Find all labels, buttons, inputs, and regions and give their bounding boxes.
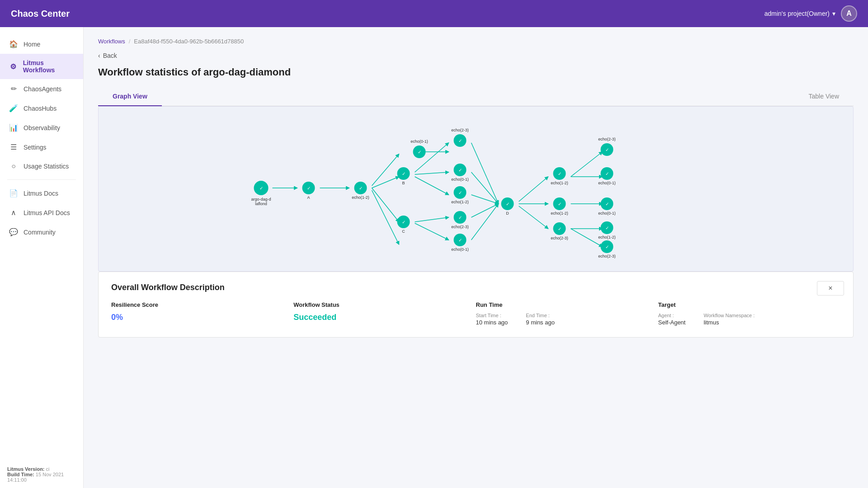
- workflow-status-section: Workflow Status Succeeded: [293, 301, 476, 326]
- dag-node-echo-1-2-r2[interactable]: ✓ echo(1-2): [551, 197, 568, 216]
- svg-line-7: [415, 172, 449, 174]
- sidebar-item-observability[interactable]: 📊 Observability: [0, 118, 83, 137]
- sidebar-item-litmus-workflows[interactable]: ⚙ Litmus Workflows: [0, 54, 83, 79]
- dag-node-c[interactable]: ✓ C: [397, 216, 410, 234]
- svg-text:✓: ✓: [307, 186, 311, 191]
- api-docs-icon: ∧: [9, 208, 18, 217]
- svg-text:B: B: [402, 181, 405, 185]
- dag-node-echo-1-2-mid[interactable]: ✓ echo(1-2): [451, 186, 469, 204]
- svg-text:laflond: laflond: [255, 202, 267, 206]
- dag-node-out-5[interactable]: ✓ echo(2-3): [598, 240, 616, 258]
- dag-node-echo-1-2-1[interactable]: ✓ echo(1-2): [352, 182, 369, 200]
- svg-line-4: [372, 154, 399, 186]
- sidebar-label-litmus-api-docs: Litmus API Docs: [24, 209, 70, 216]
- sidebar-label-litmus-workflows: Litmus Workflows: [23, 59, 74, 74]
- agent-item: Agent : Self-Agent: [658, 313, 686, 326]
- agents-icon: ✏: [9, 84, 18, 93]
- sidebar-label-litmus-docs: Litmus Docs: [24, 190, 58, 197]
- sidebar-item-usage-statistics[interactable]: ○ Usage Statistics: [0, 157, 83, 176]
- dag-node-echo-0-1-top[interactable]: ✓ echo(0-1): [410, 139, 428, 158]
- target-label: Target: [658, 301, 840, 308]
- svg-text:echo(0-1): echo(0-1): [451, 247, 469, 252]
- sidebar-label-home: Home: [24, 41, 40, 48]
- dag-node-echo-0-1-mid[interactable]: ✓ echo(0-1): [451, 164, 469, 182]
- svg-text:✓: ✓: [359, 186, 363, 191]
- sidebar-item-litmus-api-docs[interactable]: ∧ Litmus API Docs: [0, 203, 83, 222]
- svg-text:✓: ✓: [605, 225, 609, 230]
- run-time-label: Run Time: [476, 301, 658, 308]
- svg-text:echo(1-2): echo(1-2): [551, 211, 568, 216]
- breadcrumb-separator: /: [129, 38, 131, 45]
- back-button[interactable]: ‹ Back: [98, 52, 117, 59]
- sidebar-item-chaos-agents[interactable]: ✏ ChaosAgents: [0, 79, 83, 99]
- sidebar-label-chaos-agents: ChaosAgents: [24, 85, 61, 93]
- sidebar-footer: Litmus Version: ci Build Time: 15 Nov 20…: [0, 461, 83, 488]
- dag-node-echo-1-2-r1[interactable]: ✓ echo(1-2): [551, 167, 568, 185]
- tab-table-view[interactable]: Table View: [794, 87, 854, 106]
- svg-text:C: C: [402, 229, 405, 234]
- dag-graph: ✓ argo-dag-d laflond ✓ A ✓ echo(1-2): [99, 107, 853, 269]
- dag-node-echo-1-2-r3[interactable]: ✓ echo(2-3): [551, 222, 568, 240]
- sidebar-item-home[interactable]: 🏠 Home: [0, 34, 83, 54]
- page-title: Workflow statistics of argo-dag-diamond: [98, 66, 854, 78]
- dag-node-echo-0-1-bot[interactable]: ✓ echo(0-1): [451, 234, 469, 252]
- dag-node-out-2[interactable]: ✓ echo(0-1): [598, 167, 616, 185]
- svg-line-15: [472, 143, 499, 204]
- dag-node-echo-2-3-mid[interactable]: ✓ echo(2-3): [451, 211, 469, 229]
- project-selector[interactable]: admin's project(Owner) ▾: [764, 10, 835, 17]
- svg-text:✓: ✓: [506, 202, 509, 206]
- svg-text:D: D: [506, 211, 509, 216]
- sidebar-item-litmus-docs[interactable]: 📄 Litmus Docs: [0, 183, 83, 203]
- svg-text:✓: ✓: [558, 226, 561, 231]
- svg-text:echo(0-1): echo(0-1): [451, 177, 469, 182]
- svg-text:echo(2-3): echo(2-3): [551, 236, 568, 240]
- svg-line-20: [571, 152, 603, 177]
- start-time-label: Start Time :: [476, 313, 508, 318]
- sidebar: 🏠 Home ⚙ Litmus Workflows ✏ ChaosAgents …: [0, 27, 84, 488]
- tab-graph-view[interactable]: Graph View: [98, 87, 162, 106]
- dag-node-b[interactable]: ✓ B: [397, 167, 410, 185]
- end-time-value: 9 mins ago: [526, 319, 555, 326]
- sidebar-item-chaos-hubs[interactable]: 🧪 ChaosHubs: [0, 99, 83, 118]
- svg-text:✓: ✓: [458, 238, 462, 243]
- namespace-value: litmus: [703, 319, 719, 326]
- agent-label: Agent :: [658, 313, 686, 318]
- avatar[interactable]: A: [841, 5, 857, 22]
- header: Chaos Center admin's project(Owner) ▾ A: [0, 0, 868, 27]
- dag-node-out-4[interactable]: ✓ echo(1-2): [598, 221, 616, 239]
- dag-node-out-3[interactable]: ✓ echo(0-1): [598, 197, 616, 216]
- target-section: Target Agent : Self-Agent Workflow Names…: [658, 301, 840, 326]
- svg-text:✓: ✓: [402, 220, 406, 225]
- sidebar-item-community[interactable]: 💬 Community: [0, 222, 83, 242]
- svg-text:echo(0-1): echo(0-1): [410, 139, 428, 144]
- svg-line-16: [472, 204, 499, 240]
- sidebar-label-usage-statistics: Usage Statistics: [24, 163, 69, 170]
- svg-text:✓: ✓: [458, 138, 462, 143]
- breadcrumb-parent[interactable]: Workflows: [98, 38, 125, 45]
- project-name: admin's project(Owner): [764, 10, 830, 17]
- svg-line-19: [519, 206, 548, 229]
- app-title: Chaos Center: [11, 9, 70, 19]
- namespace-item: Workflow Namespace : litmus: [703, 313, 755, 326]
- sidebar-item-settings[interactable]: ☰ Settings: [0, 137, 83, 157]
- svg-text:✓: ✓: [605, 147, 609, 152]
- breadcrumb: Workflows / Ea8af48d-f550-4da0-962b-5b66…: [98, 38, 854, 45]
- end-time-label: End Time :: [526, 313, 555, 318]
- dag-node-echo-2-3-top[interactable]: ✓ echo(2-3): [451, 128, 469, 147]
- svg-text:echo(1-2): echo(1-2): [551, 181, 568, 185]
- dag-node-d[interactable]: ✓ D: [501, 197, 514, 216]
- namespace-label: Workflow Namespace :: [703, 313, 755, 318]
- svg-text:✓: ✓: [402, 171, 406, 176]
- dag-node-start[interactable]: ✓ argo-dag-d laflond: [251, 181, 271, 206]
- svg-text:echo(2-3): echo(2-3): [451, 128, 469, 132]
- svg-line-10: [415, 223, 449, 240]
- overall-workflow-section: Overall Workflow Description × Resilienc…: [98, 272, 854, 338]
- tabs: Graph View Table View: [98, 87, 854, 106]
- back-arrow-icon: ‹: [98, 52, 100, 59]
- workflow-status-label: Workflow Status: [293, 301, 476, 308]
- dag-node-a[interactable]: ✓ A: [302, 182, 315, 200]
- svg-text:echo(0-1): echo(0-1): [598, 181, 616, 185]
- svg-text:✓: ✓: [458, 168, 462, 173]
- svg-line-8: [415, 177, 449, 195]
- close-button[interactable]: ×: [817, 281, 844, 296]
